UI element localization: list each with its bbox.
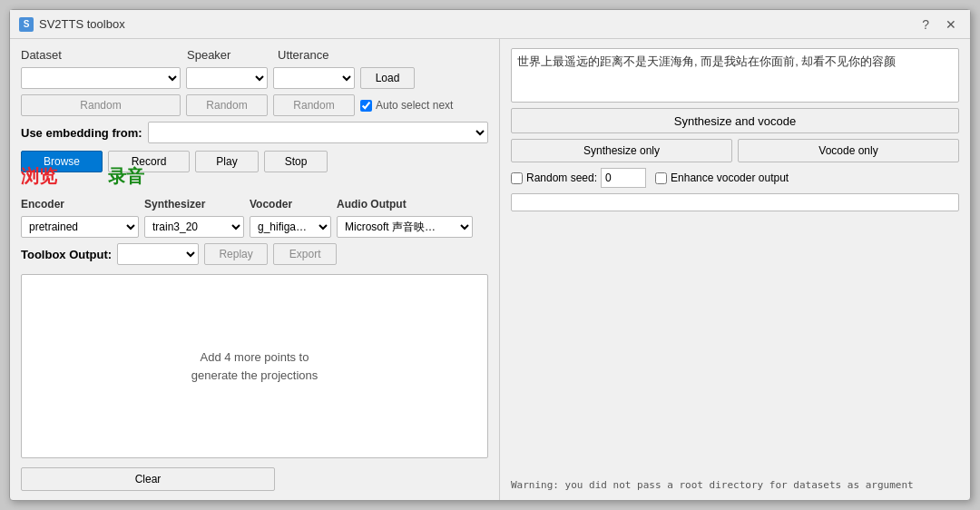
left-panel: Dataset Speaker Utterance Load Random	[10, 39, 500, 500]
speaker-select[interactable]	[186, 67, 268, 89]
utterance-label: Utterance	[278, 48, 368, 62]
embedding-label: Use embedding from:	[21, 126, 142, 140]
random-seed-label: Random seed:	[526, 172, 597, 184]
synthesize-only-button[interactable]: Synthesize only	[511, 139, 732, 162]
clear-button[interactable]: Clear	[21, 467, 275, 491]
enhance-option: Enhance vocoder output	[655, 172, 789, 184]
text-display: 世界上最遥远的距离不是天涯海角, 而是我站在你面前, 却看不见你的容颜	[511, 48, 959, 103]
random-speaker-button[interactable]: Random	[186, 94, 268, 116]
right-panel: 世界上最遥远的距离不是天涯海角, 而是我站在你面前, 却看不见你的容颜 Synt…	[500, 39, 970, 500]
vocode-only-button[interactable]: Vocode only	[738, 139, 959, 162]
auto-select-text: Auto select next	[376, 99, 453, 112]
dataset-label: Dataset	[21, 48, 187, 62]
encoder-label: Encoder	[21, 198, 139, 211]
select-row: Load	[21, 67, 488, 89]
stop-button[interactable]: Stop	[264, 151, 328, 172]
auto-select-checkbox[interactable]	[360, 100, 372, 112]
embedding-row: Use embedding from:	[21, 122, 488, 143]
model-select-row: pretrained train3_20 g_hifiga… Microsoft…	[21, 216, 488, 238]
encoder-select[interactable]: pretrained	[21, 216, 139, 238]
synthesize-vocode-button[interactable]: Synthesize and vocode	[511, 108, 959, 133]
embedding-select[interactable]	[148, 122, 488, 143]
toolbox-row: Toolbox Output: Replay Export	[21, 243, 488, 265]
app-icon: S	[19, 17, 34, 32]
model-labels-row: Encoder Synthesizer Vocoder Audio Output	[21, 198, 488, 211]
synthesizer-select[interactable]: train3_20	[144, 216, 244, 238]
seed-input[interactable]	[601, 168, 646, 188]
speaker-label: Speaker	[187, 48, 278, 62]
title-bar: S SV2TTS toolbox ? ✕	[10, 10, 970, 39]
vocoder-label: Vocoder	[250, 198, 331, 211]
audio-output-label: Audio Output	[337, 198, 488, 211]
random-utterance-button[interactable]: Random	[273, 94, 355, 116]
replay-button[interactable]: Replay	[204, 243, 268, 265]
toolbox-label: Toolbox Output:	[21, 248, 112, 261]
main-window: S SV2TTS toolbox ? ✕ Dataset Speaker Utt…	[9, 9, 971, 501]
window-controls: ? ✕	[917, 14, 961, 35]
synth-vocode-row: Synthesize only Vocode only	[511, 139, 959, 162]
column-headers: Dataset Speaker Utterance	[21, 48, 488, 62]
projection-text: Add 4 more points togenerate the project…	[191, 348, 318, 384]
content-area: Dataset Speaker Utterance Load Random	[10, 39, 970, 500]
random-row: Random Random Random Auto select next	[21, 94, 488, 116]
record-button[interactable]: Record	[108, 151, 190, 172]
toolbox-select[interactable]	[117, 243, 199, 265]
enhance-label: Enhance vocoder output	[671, 172, 789, 184]
export-button[interactable]: Export	[273, 243, 337, 265]
warning-text: Warning: you did not pass a root directo…	[511, 479, 959, 491]
random-dataset-button[interactable]: Random	[21, 94, 181, 116]
projection-box: Add 4 more points togenerate the project…	[21, 274, 488, 458]
title-bar-left: S SV2TTS toolbox	[19, 17, 125, 32]
vocoder-select[interactable]: g_hifiga…	[250, 216, 331, 238]
help-button[interactable]: ?	[917, 14, 934, 35]
browse-button[interactable]: Browse	[21, 151, 103, 172]
window-title: SV2TTS toolbox	[39, 17, 125, 31]
audio-output-select[interactable]: Microsoft 声音映…	[337, 216, 473, 238]
load-button[interactable]: Load	[360, 67, 415, 89]
random-seed-checkbox[interactable]	[511, 172, 523, 184]
enhance-checkbox[interactable]	[655, 172, 667, 184]
synthesizer-label: Synthesizer	[144, 198, 244, 211]
seed-row: Random seed: Enhance vocoder output	[511, 168, 959, 188]
auto-select-label[interactable]: Auto select next	[360, 99, 453, 112]
seed-left: Random seed:	[511, 168, 646, 188]
play-button[interactable]: Play	[195, 151, 259, 172]
progress-bar	[511, 193, 959, 211]
utterance-select[interactable]	[273, 67, 355, 89]
close-button[interactable]: ✕	[941, 14, 961, 35]
dataset-select[interactable]	[21, 67, 181, 89]
